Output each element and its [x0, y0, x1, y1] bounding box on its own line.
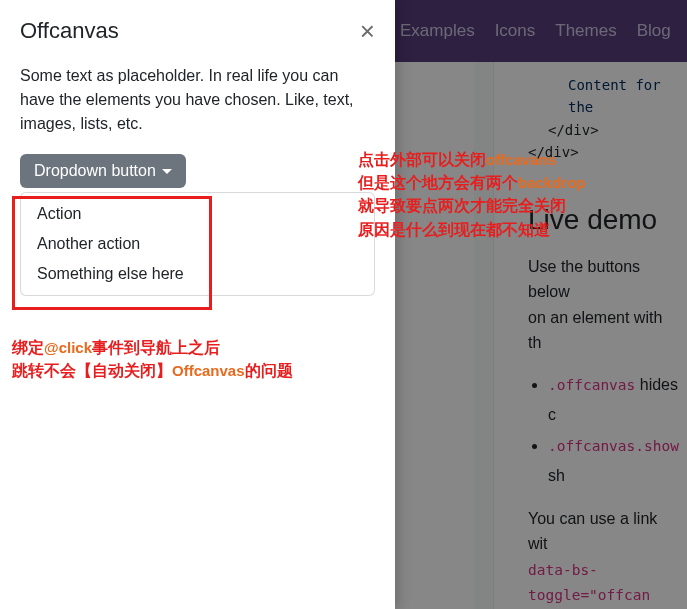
dropdown-button[interactable]: Dropdown button: [20, 154, 186, 188]
offcanvas-panel: Offcanvas × Some text as placeholder. In…: [0, 0, 395, 609]
text: 的问题: [245, 362, 293, 379]
dropdown-menu: Action Another action Something else her…: [20, 192, 375, 296]
chevron-down-icon: [162, 169, 172, 174]
text: Offcanvas: [172, 362, 245, 379]
text: 事件到导航上之后: [92, 339, 220, 356]
close-icon[interactable]: ×: [360, 18, 375, 44]
text: 跳转不会【自动关闭】: [12, 362, 172, 379]
offcanvas-description: Some text as placeholder. In real life y…: [20, 64, 375, 136]
text: @click: [44, 339, 92, 356]
text: offcavans: [486, 151, 556, 168]
text: 点击外部可以关闭: [358, 151, 486, 168]
text: backdrop: [518, 174, 586, 191]
dropdown-item[interactable]: Another action: [21, 229, 374, 259]
annotation-text-bottom: 绑定@click事件到导航上之后 跳转不会【自动关闭】Offcanvas的问题: [12, 336, 382, 382]
text: 但是这个地方会有两个: [358, 174, 518, 191]
text: 原因是什么到现在都不知道: [358, 218, 687, 241]
offcanvas-backdrop[interactable]: [395, 0, 687, 609]
dropdown-button-label: Dropdown button: [34, 162, 156, 180]
text: 就导致要点两次才能完全关闭: [358, 194, 687, 217]
offcanvas-header: Offcanvas ×: [20, 18, 375, 44]
text: 绑定: [12, 339, 44, 356]
dropdown-item[interactable]: Something else here: [21, 259, 374, 289]
dropdown-item[interactable]: Action: [21, 199, 374, 229]
offcanvas-title: Offcanvas: [20, 18, 119, 44]
page-background: Examples Icons Themes Blog Content for t…: [0, 0, 687, 609]
annotation-text-right: 点击外部可以关闭offcavans 但是这个地方会有两个backdrop 就导致…: [358, 148, 687, 241]
